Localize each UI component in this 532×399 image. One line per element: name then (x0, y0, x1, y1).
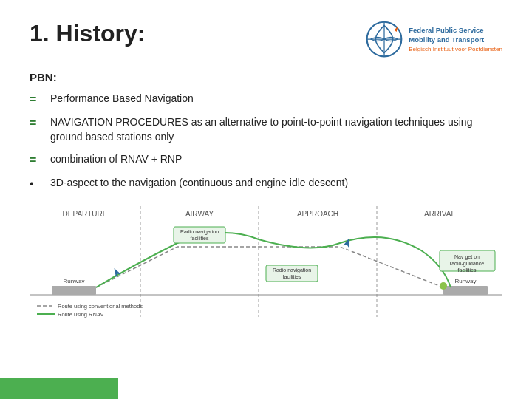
logo-text: Federal Public Service Mobility and Tran… (409, 25, 502, 53)
bottom-bar (0, 378, 118, 399)
eq-symbol-2: = (30, 115, 46, 132)
svg-text:Radio navigation: Radio navigation (273, 267, 311, 273)
svg-text:facilities: facilities (191, 236, 209, 241)
svg-text:APPROACH: APPROACH (297, 210, 338, 218)
svg-text:Route using conventional metho: Route using conventional methods (58, 303, 143, 310)
logo-icon (366, 21, 403, 58)
item-text-2: NAVIGATION PROCEDURES as an alternative … (50, 115, 502, 145)
svg-text:ARRIVAL: ARRIVAL (424, 210, 455, 218)
list-item-4: • 3D-aspect to the navigation (continuou… (30, 175, 502, 192)
diagram-svg: DEPARTURE AIRWAY APPROACH ARRIVAL Runway… (30, 202, 502, 321)
item-text-4: 3D-aspect to the navigation (continuous … (50, 175, 502, 190)
list-item-3: = combination of RNAV + RNP (30, 151, 502, 168)
svg-text:facilities: facilities (283, 274, 301, 279)
list-item-2: = NAVIGATION PROCEDURES as an alternativ… (30, 115, 502, 145)
svg-text:facilities: facilities (458, 267, 477, 273)
eq-symbol-1: = (30, 91, 46, 108)
eq-symbol-3: = (30, 151, 46, 168)
svg-text:Runway: Runway (64, 278, 85, 284)
svg-text:AIRWAY: AIRWAY (185, 210, 214, 218)
list-item-1: = Performance Based Navigation (30, 91, 502, 108)
bullet-symbol: • (30, 175, 46, 192)
pbn-label: PBN: (30, 71, 502, 83)
page: 1. History: Federal Public Service Mobil… (0, 0, 532, 399)
item-text-3: combination of RNAV + RNP (50, 151, 502, 166)
page-title: 1. History: (30, 21, 145, 47)
content: PBN: = Performance Based Navigation = NA… (30, 71, 502, 192)
svg-text:Radio navigation: Radio navigation (180, 229, 219, 235)
svg-text:radio-guidance: radio-guidance (450, 261, 484, 267)
header: 1. History: Federal Public Service Mobil… (30, 21, 502, 58)
svg-point-27 (440, 282, 447, 290)
svg-text:DEPARTURE: DEPARTURE (63, 210, 108, 218)
svg-text:Nav get on: Nav get on (454, 254, 480, 260)
diagram-area: DEPARTURE AIRWAY APPROACH ARRIVAL Runway… (30, 202, 502, 321)
svg-rect-11 (52, 286, 96, 295)
logo-area: Federal Public Service Mobility and Tran… (366, 21, 502, 58)
item-text-1: Performance Based Navigation (50, 91, 502, 106)
svg-text:Route using RNAV: Route using RNAV (58, 311, 103, 318)
svg-text:Runway: Runway (455, 278, 477, 284)
